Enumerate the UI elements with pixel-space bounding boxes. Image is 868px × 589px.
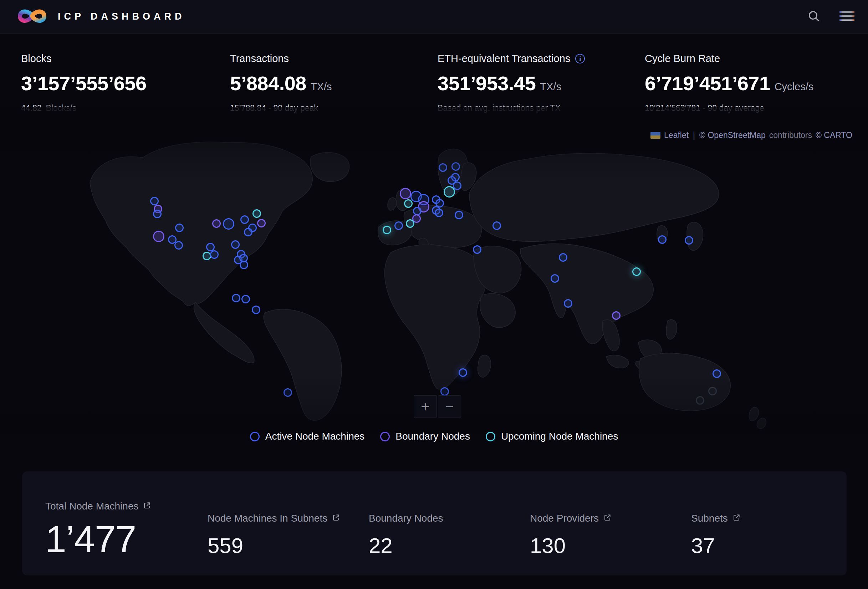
- map-node-marker[interactable]: [202, 252, 211, 260]
- node-providers-value: 130: [530, 533, 611, 558]
- map-node-marker[interactable]: [658, 235, 667, 244]
- map-node-marker[interactable]: [564, 299, 572, 308]
- external-link-icon: [732, 514, 741, 523]
- map-node-marker[interactable]: [559, 253, 567, 262]
- carto-link[interactable]: © CARTO: [816, 130, 852, 140]
- leaflet-link[interactable]: Leaflet: [664, 130, 689, 140]
- map-node-marker[interactable]: [252, 209, 261, 218]
- map-node-marker[interactable]: [685, 236, 693, 245]
- world-node-map[interactable]: Leaflet | © OpenStreetMap contributors ©…: [0, 107, 868, 435]
- map-node-marker[interactable]: [241, 295, 250, 303]
- upcoming-node-ring-icon: [486, 432, 495, 441]
- map-node-marker[interactable]: [383, 226, 391, 234]
- map-node-marker[interactable]: [232, 294, 241, 303]
- map-node-marker[interactable]: [174, 241, 183, 249]
- map-node-marker[interactable]: [632, 267, 641, 276]
- map-node-marker[interactable]: [612, 311, 620, 320]
- map-node-marker[interactable]: [150, 197, 159, 205]
- stat-transactions-unit: TX/s: [311, 81, 332, 93]
- stat-transactions-label: Transactions: [230, 53, 289, 65]
- icp-infinity-logo: [16, 6, 49, 28]
- menu-button[interactable]: [839, 10, 855, 23]
- stat-cycle-label: Cycle Burn Rate: [645, 53, 720, 65]
- legend-item-active: Active Node Machines: [250, 431, 365, 442]
- map-node-marker[interactable]: [240, 261, 248, 269]
- external-link-icon: [332, 514, 340, 523]
- map-node-marker[interactable]: [394, 221, 403, 230]
- legend-label: Active Node Machines: [265, 431, 365, 442]
- map-node-marker[interactable]: [231, 240, 240, 249]
- legend-label: Upcoming Node Machines: [501, 431, 618, 442]
- total-node-machines-value: 1’477: [45, 518, 151, 561]
- network-summary-card: Total Node Machines 1’477 Node Machines …: [22, 471, 847, 576]
- map-node-marker[interactable]: [153, 231, 164, 242]
- ukraine-flag-icon: [651, 132, 660, 139]
- map-node-marker[interactable]: [696, 396, 704, 404]
- map-node-marker[interactable]: [257, 219, 266, 227]
- summary-node-machines-in-subnets: Node Machines In Subnets 559: [208, 471, 340, 558]
- external-link-icon: [143, 501, 151, 511]
- zoom-in-button[interactable]: +: [414, 396, 437, 418]
- boundary-nodes-label: Boundary Nodes: [369, 513, 443, 524]
- stat-blocks-label: Blocks: [21, 53, 51, 65]
- map-node-marker[interactable]: [210, 250, 218, 259]
- map-node-marker[interactable]: [452, 162, 460, 171]
- stat-cycle-unit: Cycles/s: [775, 81, 814, 93]
- map-node-marker[interactable]: [459, 368, 467, 377]
- map-node-marker[interactable]: [455, 211, 463, 219]
- zoom-out-button[interactable]: −: [438, 396, 461, 418]
- map-node-marker[interactable]: [473, 245, 481, 254]
- info-icon[interactable]: i: [575, 54, 585, 63]
- boundary-node-ring-icon: [380, 432, 390, 441]
- subnets-link[interactable]: Subnets: [691, 513, 741, 524]
- map-node-marker[interactable]: [252, 306, 260, 314]
- legend-item-upcoming: Upcoming Node Machines: [486, 431, 618, 442]
- legend-label: Boundary Nodes: [396, 431, 470, 442]
- map-node-marker[interactable]: [153, 210, 162, 218]
- world-landmass: [0, 107, 868, 435]
- stat-blocks: Blocks 3’157’555’656 44.82Blocks/s: [21, 53, 146, 113]
- stat-cycle-burn: Cycle Burn Rate 6’719’451’671 Cycles/s 1…: [645, 53, 813, 113]
- map-node-marker[interactable]: [283, 388, 292, 397]
- brand: ICP DASHBOARD: [16, 6, 185, 28]
- map-node-marker[interactable]: [493, 221, 501, 230]
- map-zoom-controls: + −: [414, 396, 461, 418]
- map-node-marker[interactable]: [708, 387, 717, 396]
- map-attribution: Leaflet | © OpenStreetMap contributors ©…: [651, 130, 852, 140]
- node-machines-in-subnets-link[interactable]: Node Machines In Subnets: [208, 513, 340, 524]
- total-node-machines-link[interactable]: Total Node Machines: [45, 500, 151, 512]
- map-node-marker[interactable]: [175, 224, 184, 232]
- map-node-marker[interactable]: [551, 274, 559, 283]
- node-machines-in-subnets-value: 559: [208, 533, 340, 558]
- legend-item-boundary: Boundary Nodes: [380, 431, 470, 442]
- summary-boundary-nodes: Boundary Nodes 22: [369, 471, 443, 558]
- map-node-marker[interactable]: [438, 163, 447, 172]
- search-button[interactable]: [807, 9, 821, 24]
- hamburger-icon: [839, 10, 855, 23]
- map-node-marker[interactable]: [406, 219, 414, 228]
- map-legend: Active Node Machines Boundary Nodes Upco…: [0, 427, 868, 446]
- subnets-value: 37: [691, 533, 741, 558]
- stat-eth-label: ETH-equivalent Transactions: [438, 53, 570, 65]
- map-node-marker[interactable]: [244, 228, 252, 236]
- top-navbar: ICP DASHBOARD: [0, 0, 868, 34]
- map-node-marker[interactable]: [212, 219, 221, 228]
- stat-eth-unit: TX/s: [540, 81, 561, 93]
- node-providers-link[interactable]: Node Providers: [530, 513, 611, 524]
- active-node-ring-icon: [250, 432, 260, 441]
- summary-node-providers: Node Providers 130: [530, 471, 611, 558]
- openstreetmap-link[interactable]: © OpenStreetMap: [699, 130, 766, 140]
- map-node-marker[interactable]: [435, 208, 443, 217]
- stat-cycle-value: 6’719’451’671: [645, 72, 770, 95]
- map-node-marker[interactable]: [400, 188, 411, 199]
- map-node-marker[interactable]: [444, 186, 455, 198]
- map-node-marker[interactable]: [404, 199, 413, 208]
- map-node-marker[interactable]: [223, 218, 234, 230]
- app-title: ICP DASHBOARD: [58, 11, 185, 22]
- stat-eth-equivalent: ETH-equivalent Transactions i 351’953.45…: [438, 53, 585, 113]
- map-node-marker[interactable]: [241, 216, 249, 224]
- stat-transactions-value: 5’884.08: [230, 72, 306, 95]
- summary-total-node-machines: Total Node Machines 1’477: [45, 471, 151, 561]
- map-node-marker[interactable]: [713, 369, 721, 378]
- map-node-marker[interactable]: [440, 387, 449, 396]
